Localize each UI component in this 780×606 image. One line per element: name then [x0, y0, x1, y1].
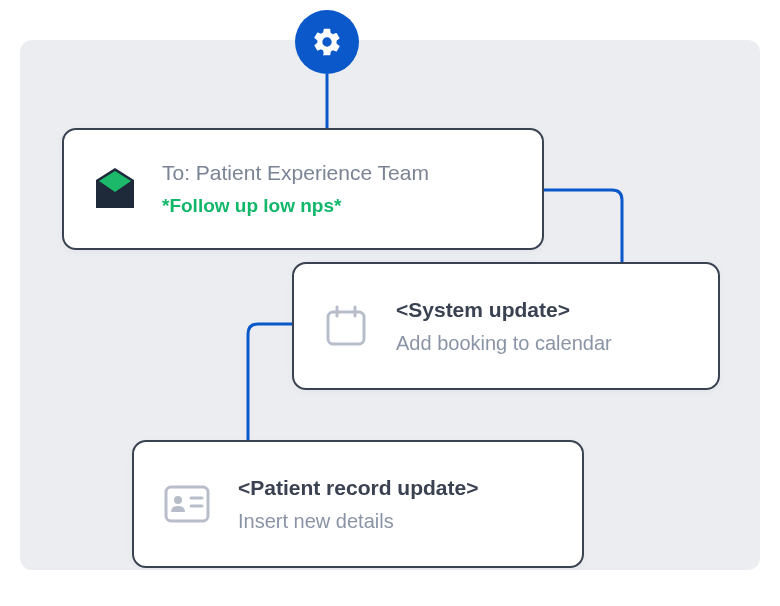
system-update-card: <System update> Add booking to calendar [292, 262, 720, 390]
gear-node [295, 10, 359, 74]
patient-record-subtitle: Insert new details [238, 510, 478, 533]
email-tag-line: *Follow up low nps* [162, 195, 429, 217]
envelope-icon [92, 166, 138, 212]
calendar-icon [324, 304, 368, 348]
id-card-icon [164, 485, 210, 523]
patient-record-card: <Patient record update> Insert new detai… [132, 440, 584, 568]
connector-card2-to-card3 [246, 322, 294, 442]
system-update-subtitle: Add booking to calendar [396, 332, 612, 355]
svg-rect-1 [328, 312, 364, 344]
svg-point-5 [174, 496, 182, 504]
connector-card1-to-card2 [544, 188, 624, 264]
system-update-title: <System update> [396, 298, 612, 322]
email-card: To: Patient Experience Team *Follow up l… [62, 128, 544, 250]
svg-rect-4 [166, 487, 208, 521]
gear-icon [311, 26, 343, 58]
patient-record-title: <Patient record update> [238, 476, 478, 500]
connector-gear-to-card1 [325, 74, 329, 128]
email-to-line: To: Patient Experience Team [162, 161, 429, 185]
